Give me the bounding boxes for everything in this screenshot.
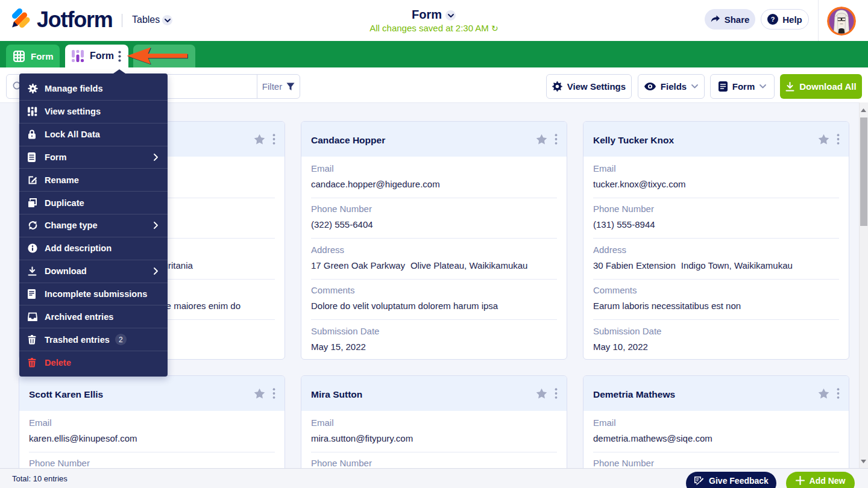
svg-text:?: ? — [771, 16, 775, 23]
